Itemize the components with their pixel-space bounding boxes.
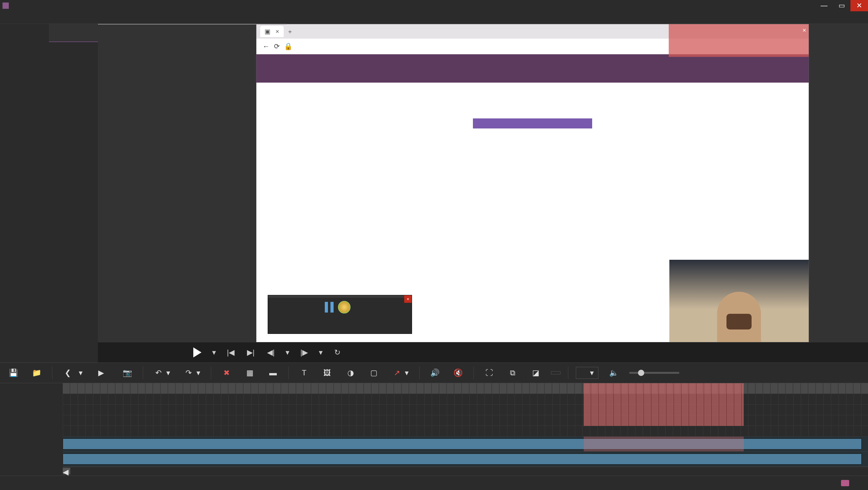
sidebar-list xyxy=(0,42,98,45)
lock-icon: 🔒 xyxy=(284,42,292,51)
browser-tab: ▣ × xyxy=(260,26,284,37)
camera-icon: 📷 xyxy=(123,368,132,378)
sound-menu xyxy=(98,24,231,25)
save-button[interactable]: 💾 xyxy=(6,366,21,379)
volume-submenu xyxy=(231,24,287,25)
crop-frame-button[interactable]: ▬ xyxy=(265,366,281,379)
scrollbar-thumb[interactable]: ◀ xyxy=(63,468,70,474)
recorder-body xyxy=(268,299,412,314)
highlight-icon: ◑ xyxy=(346,368,355,378)
watermark-overlay: × xyxy=(669,24,809,57)
maximize-button[interactable]: ▭ xyxy=(833,0,850,11)
sidebar-tabs xyxy=(0,24,98,42)
watermark-icon: ◪ xyxy=(531,368,540,378)
open-button[interactable]: 📁 xyxy=(29,366,44,379)
text-button[interactable]: T xyxy=(296,366,312,379)
goto-start-button[interactable]: |◀ xyxy=(225,347,236,358)
insert-frame-icon: ▦ xyxy=(245,368,254,378)
button-icon: ▢ xyxy=(369,368,378,378)
crop-icon: ⛶ xyxy=(485,368,494,378)
watermark-button[interactable]: ◪ xyxy=(528,366,544,379)
back-icon: ← xyxy=(263,42,270,51)
crop-frame-icon: ▬ xyxy=(268,368,278,378)
goto-end-button[interactable]: ▶| xyxy=(245,347,256,358)
insert-frame-button[interactable]: ▦ xyxy=(242,366,258,379)
vol-up-button[interactable]: 🔊 xyxy=(427,366,443,379)
redo-playback-button[interactable]: ↻ xyxy=(332,347,343,358)
tab-effects[interactable] xyxy=(49,24,98,42)
cta-button xyxy=(473,118,592,128)
frames-row[interactable] xyxy=(63,383,868,394)
snapshot-button[interactable]: 📷 xyxy=(120,366,135,379)
play-button[interactable] xyxy=(192,347,203,358)
undo-button[interactable]: ↶▾ xyxy=(151,366,173,379)
text-icon: T xyxy=(299,368,309,378)
window-controls: — ▭ ✕ xyxy=(815,0,868,11)
tab-close-icon: × xyxy=(276,28,279,35)
export-button[interactable]: ▶ xyxy=(93,366,112,379)
recorder-title: × xyxy=(268,295,412,298)
volume-slider[interactable] xyxy=(629,372,679,374)
preview-area: ▣ × ＋ ← ⟳ 🔒 × xyxy=(98,24,868,342)
crop-button[interactable]: ⛶ xyxy=(482,366,497,379)
site-header xyxy=(256,54,809,83)
objects-row[interactable] xyxy=(63,426,868,437)
mute-button[interactable]: 🔇 xyxy=(450,366,466,379)
delete-button[interactable]: ✖ xyxy=(219,366,235,379)
keys-row[interactable] xyxy=(63,405,868,415)
titlebar: — ▭ ✕ xyxy=(0,0,868,11)
undo-icon: ↶ xyxy=(154,368,163,378)
export-icon: ▶ xyxy=(96,368,106,378)
redo-button[interactable]: ↷▾ xyxy=(181,366,203,379)
minimize-button[interactable]: — xyxy=(815,0,833,11)
speaker-icon: 🔈 xyxy=(609,368,619,378)
track-labels xyxy=(0,383,63,475)
apply-zoom-crop-button[interactable] xyxy=(551,371,560,374)
autoscroll-icon: ⧉ xyxy=(508,368,517,378)
volume-button[interactable]: 🔈 xyxy=(606,366,622,379)
share-button[interactable]: ❮ ▾ xyxy=(60,366,86,379)
wave-selection xyxy=(584,437,744,451)
zoom-fit-dropdown[interactable]: ▾ xyxy=(576,367,598,379)
app-icon xyxy=(2,2,9,9)
zoompan-row[interactable] xyxy=(63,415,868,426)
highlight-button[interactable]: ◑ xyxy=(343,366,359,379)
new-tab-button: ＋ xyxy=(287,27,293,36)
volume-up-icon: 🔊 xyxy=(430,368,440,378)
hero-heading xyxy=(256,83,809,96)
microphone-waveform[interactable] xyxy=(63,452,868,467)
button-object-button[interactable]: ▢ xyxy=(366,366,381,379)
recording-canvas: ▣ × ＋ ← ⟳ 🔒 × xyxy=(256,24,809,342)
step-fwd-button[interactable]: |▶ xyxy=(299,347,309,358)
reload-icon: ⟳ xyxy=(274,42,280,51)
save-icon: 💾 xyxy=(9,368,18,378)
arrow-button[interactable]: ↗▾ xyxy=(389,366,412,379)
webcam-overlay xyxy=(669,260,809,342)
recorder-window: × xyxy=(268,295,412,334)
pause-icon xyxy=(325,302,334,313)
image-button[interactable]: 🖼 xyxy=(319,366,335,379)
timeline-tracks: ◀ xyxy=(0,383,868,475)
play-dropdown-icon[interactable]: ▾ xyxy=(212,348,216,357)
folder-icon: 📁 xyxy=(32,368,41,378)
track-area[interactable]: ◀ xyxy=(63,383,868,475)
share-icon: ❮ xyxy=(63,368,72,378)
tab-annotations[interactable] xyxy=(0,24,49,42)
autoscroll-button[interactable]: ⧉ xyxy=(505,366,520,379)
mute-icon: 🔇 xyxy=(454,368,463,378)
menubar xyxy=(0,11,868,24)
toolbar: 💾 📁 ❮ ▾ ▶ 📷 ↶▾ ↷▾ ✖ ▦ ▬ T 🖼 ◑ ▢ ↗▾ 🔊 🔇 ⛶… xyxy=(0,363,868,383)
step-back-dropdown-icon[interactable]: ▾ xyxy=(285,348,289,357)
recorder-close-icon: × xyxy=(404,295,412,303)
time-ruler[interactable] xyxy=(519,342,859,363)
step-back-button[interactable]: ◀| xyxy=(266,347,276,358)
stop-icon xyxy=(338,301,350,314)
statusbar xyxy=(0,475,868,490)
feature-grid xyxy=(256,96,809,109)
playback-bar: ▾ |◀ ▶| ◀| ▾ |▶ ▾ ↻ xyxy=(98,342,868,363)
step-fwd-dropdown-icon[interactable]: ▾ xyxy=(319,348,322,357)
chevron-down-icon: ▾ xyxy=(590,369,594,377)
pc-sounds-waveform[interactable] xyxy=(63,437,868,452)
timeline-scrollbar[interactable]: ◀ xyxy=(63,467,868,475)
close-button[interactable]: ✕ xyxy=(850,0,868,11)
